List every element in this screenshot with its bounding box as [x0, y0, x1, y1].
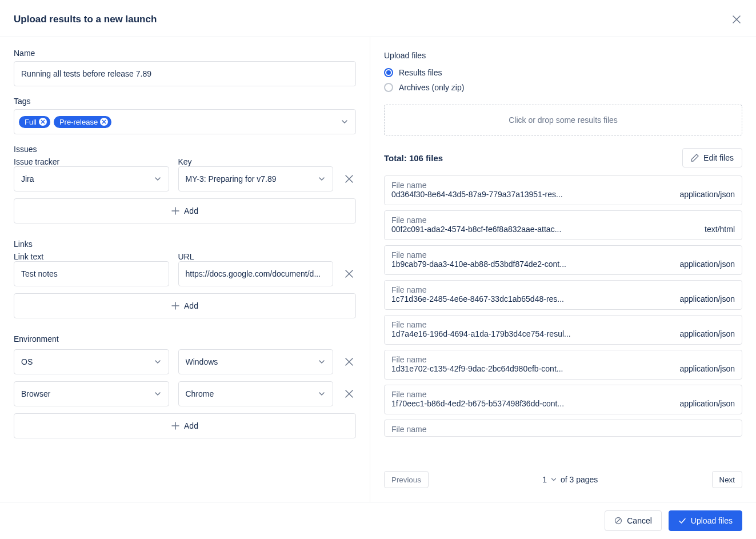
chevron-down-icon [154, 175, 162, 183]
remove-env-button[interactable] [342, 355, 356, 369]
link-url-input[interactable] [178, 261, 334, 286]
file-label: File name [391, 390, 735, 399]
file-card[interactable]: File name 0d364f30-8e64-43d5-87a9-779a37… [384, 175, 742, 205]
close-icon [345, 390, 353, 398]
file-card[interactable]: File name 00f2c091-ada2-4574-b8cf-fe6f8a… [384, 210, 742, 240]
file-name: 0d364f30-8e64-43d5-87a9-779a37a13951-res… [391, 190, 673, 199]
close-icon [345, 270, 353, 278]
upload-files-button[interactable]: Upload files [669, 510, 742, 531]
tags-label: Tags [14, 97, 356, 106]
link-text-input-text[interactable] [21, 269, 162, 278]
total-row: Total: 106 files Edit files [384, 148, 742, 167]
radio-icon [384, 83, 393, 92]
file-type: application/json [679, 294, 735, 304]
chevron-down-icon [341, 118, 349, 126]
tag-remove-button[interactable] [100, 118, 108, 126]
modal-footer: Cancel Upload files [0, 502, 756, 539]
check-icon [678, 517, 686, 525]
issue-key-select[interactable]: MY-3: Preparing for v7.89 [178, 166, 334, 191]
pager-center: 1 of 3 pages [542, 475, 598, 484]
file-list: File name 0d364f30-8e64-43d5-87a9-779a37… [384, 175, 742, 465]
env-row: Browser Chrome [14, 381, 356, 406]
radio-icon [384, 68, 393, 77]
file-card[interactable]: File name 1f70eec1-b86d-4ed2-b675-b53749… [384, 385, 742, 414]
env-value-value: Windows [186, 357, 218, 366]
add-env-button[interactable]: Add [14, 413, 356, 438]
link-url-input-text[interactable] [186, 269, 326, 278]
file-label: File name [391, 250, 735, 259]
env-key-select[interactable]: Browser [14, 381, 169, 406]
issue-tracker-select[interactable]: Jira [14, 166, 169, 191]
file-type: text/html [705, 225, 735, 234]
chevron-down-icon [318, 358, 326, 366]
remove-link-button[interactable] [342, 267, 356, 281]
env-key-select[interactable]: OS [14, 349, 169, 374]
link-url-col: URL [178, 252, 334, 286]
upload-type-radio-group: Results files Archives (only zip) [384, 68, 742, 92]
issue-row: Issue tracker Jira Key MY-3: Preparing f… [14, 157, 356, 191]
remove-issue-button[interactable] [342, 172, 356, 186]
remove-env-button[interactable] [342, 387, 356, 401]
link-row: Link text URL [14, 252, 356, 286]
env-key-value: OS [21, 357, 33, 366]
dropzone-text: Click or drop some results files [509, 115, 618, 125]
add-label: Add [184, 421, 198, 430]
chevron-down-icon[interactable] [550, 476, 557, 483]
link-text-label: Link text [14, 252, 43, 261]
add-label: Add [184, 206, 198, 215]
file-type: application/json [679, 364, 735, 373]
radio-archives[interactable]: Archives (only zip) [384, 83, 742, 92]
file-label: File name [391, 355, 735, 364]
name-input-text[interactable] [21, 69, 349, 78]
link-url-label: URL [178, 252, 194, 261]
file-card[interactable]: File name 1d7a4e16-196d-4694-a1da-179b3d… [384, 315, 742, 345]
file-type: application/json [679, 329, 735, 338]
name-label: Name [14, 49, 356, 58]
pager-next-button[interactable]: Next [712, 471, 742, 488]
tag-chip-full: Full [19, 116, 50, 128]
tags-input[interactable]: Full Pre-release [14, 109, 356, 134]
dropzone[interactable]: Click or drop some results files [384, 105, 742, 135]
env-heading: Environment [14, 334, 356, 344]
add-issue-button[interactable]: Add [14, 198, 356, 223]
issue-tracker-value: Jira [21, 174, 34, 183]
modal-body: Name Tags Full Pre-release [0, 37, 756, 502]
env-row: OS Windows [14, 349, 356, 374]
name-field: Name [14, 49, 356, 86]
file-card[interactable]: File name 1b9cab79-daa3-410e-ab88-d53bdf… [384, 245, 742, 275]
plus-icon [171, 302, 179, 310]
add-label: Add [184, 301, 198, 310]
tag-chip-pre-release: Pre-release [54, 116, 111, 128]
edit-files-label: Edit files [703, 153, 734, 162]
file-label: File name [391, 215, 735, 225]
add-link-button[interactable]: Add [14, 293, 356, 318]
modal-title: Upload results to a new launch [14, 14, 157, 25]
left-pane: Name Tags Full Pre-release [0, 37, 370, 502]
env-value-select[interactable]: Chrome [178, 381, 334, 406]
close-button[interactable] [731, 14, 742, 25]
tag-text: Pre-release [59, 118, 98, 126]
file-card[interactable]: File name 1d31e702-c135-42f9-9dac-2bc64d… [384, 350, 742, 380]
file-label: File name [391, 425, 735, 434]
pager-previous-button[interactable]: Previous [384, 471, 429, 488]
radio-results-files[interactable]: Results files [384, 68, 742, 77]
tag-remove-button[interactable] [39, 118, 47, 126]
file-name: 1d31e702-c135-42f9-9dac-2bc64d980efb-con… [391, 364, 673, 373]
chevron-down-icon [318, 175, 326, 183]
tags-field: Tags Full Pre-release [14, 97, 356, 134]
file-card[interactable]: File name 1c71d36e-2485-4e6e-8467-33dc1a… [384, 280, 742, 310]
file-name: 1d7a4e16-196d-4694-a1da-179b3d4ce754-res… [391, 329, 673, 338]
pager-of-text: of 3 pages [561, 475, 598, 484]
upload-files-heading: Upload files [384, 51, 742, 60]
edit-files-button[interactable]: Edit files [682, 148, 742, 167]
file-name: 1b9cab79-daa3-410e-ab88-d53bdf874de2-con… [391, 259, 673, 269]
env-value-select[interactable]: Windows [178, 349, 334, 374]
cancel-icon [614, 517, 622, 525]
right-pane: Upload files Results files Archives (onl… [370, 37, 756, 502]
name-input[interactable] [14, 61, 356, 86]
cancel-button[interactable]: Cancel [605, 510, 662, 531]
link-text-input[interactable] [14, 261, 169, 286]
file-label: File name [391, 285, 735, 294]
file-card[interactable]: File name [384, 420, 742, 437]
file-type: application/json [679, 259, 735, 269]
